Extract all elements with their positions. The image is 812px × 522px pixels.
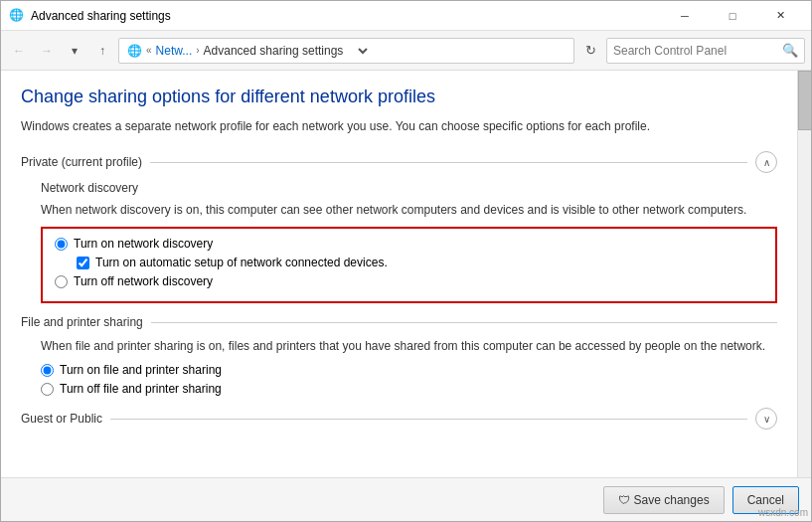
file-sharing-title: File and printer sharing — [21, 315, 143, 329]
breadcrumb-network[interactable]: Netw... — [156, 44, 193, 58]
window-icon: 🌐 — [9, 8, 25, 24]
section-guest-label: Guest or Public — [21, 412, 102, 426]
auto-setup-option: Turn on automatic setup of network conne… — [77, 256, 763, 269]
file-sharing-line — [151, 322, 777, 323]
scrollbar-track[interactable] — [797, 71, 811, 477]
turn-on-file-sharing-label[interactable]: Turn on file and printer sharing — [60, 363, 222, 377]
section-guest-line — [110, 419, 747, 420]
bottom-bar: 🛡 Save changes Cancel — [1, 477, 811, 521]
turn-off-file-sharing-radio[interactable] — [41, 383, 54, 396]
save-label: Save changes — [634, 493, 710, 507]
turn-off-discovery-label[interactable]: Turn off network discovery — [74, 274, 213, 288]
turn-off-discovery-radio[interactable] — [55, 275, 68, 288]
breadcrumb: 🌐 « Netw... › Advanced sharing settings — [118, 38, 574, 64]
close-button[interactable]: ✕ — [757, 1, 803, 31]
network-discovery-desc: When network discovery is on, this compu… — [41, 201, 777, 219]
main-content: Change sharing options for different net… — [1, 71, 797, 477]
search-input[interactable] — [613, 44, 782, 58]
turn-on-discovery-label[interactable]: Turn on network discovery — [74, 237, 213, 251]
forward-button[interactable]: → — [35, 39, 59, 63]
section-private-header: Private (current profile) ∧ — [21, 151, 777, 173]
address-bar: ← → ▾ ↑ 🌐 « Netw... › Advanced sharing s… — [1, 31, 811, 71]
turn-on-discovery-radio[interactable] — [55, 238, 68, 251]
watermark: wsxdn.com — [758, 507, 808, 518]
auto-setup-checkbox[interactable] — [77, 257, 89, 269]
turn-on-file-sharing-radio[interactable] — [41, 364, 54, 377]
minimize-button[interactable]: ─ — [662, 1, 708, 31]
recent-button[interactable]: ▾ — [63, 39, 86, 63]
section-guest-header: Guest or Public ∨ — [21, 408, 777, 430]
turn-off-discovery-option: Turn off network discovery — [55, 274, 763, 288]
main-window: 🌐 Advanced sharing settings ─ □ ✕ ← → ▾ … — [0, 0, 812, 522]
content-area: Change sharing options for different net… — [1, 71, 811, 477]
search-box: 🔍 — [606, 38, 805, 64]
shield-icon: 🛡 — [618, 493, 630, 507]
title-bar-controls: ─ □ ✕ — [662, 1, 803, 31]
page-title: Change sharing options for different net… — [21, 87, 777, 107]
scrollbar-thumb[interactable] — [798, 71, 811, 130]
file-sharing-desc: When file and printer sharing is on, fil… — [41, 337, 777, 355]
restore-button[interactable]: □ — [710, 1, 755, 31]
breadcrumb-icon: 🌐 — [127, 44, 142, 58]
turn-off-file-sharing-option: Turn off file and printer sharing — [41, 382, 777, 396]
section-guest-toggle[interactable]: ∨ — [755, 408, 777, 430]
file-sharing-header: File and printer sharing — [21, 315, 777, 329]
section-line — [150, 162, 747, 163]
title-bar: 🌐 Advanced sharing settings ─ □ ✕ — [1, 1, 811, 31]
search-icon[interactable]: 🔍 — [782, 43, 798, 58]
window-title: Advanced sharing settings — [31, 9, 662, 23]
auto-setup-label[interactable]: Turn on automatic setup of network conne… — [95, 256, 388, 269]
network-discovery-subsection: Network discovery When network discovery… — [41, 181, 777, 303]
turn-off-file-sharing-label[interactable]: Turn off file and printer sharing — [60, 382, 222, 396]
file-sharing-options-subsection: When file and printer sharing is on, fil… — [41, 337, 777, 396]
up-button[interactable]: ↑ — [90, 39, 114, 63]
breadcrumb-dropdown[interactable] — [347, 44, 371, 58]
file-sharing-subsection: File and printer sharing When file and p… — [21, 315, 777, 396]
page-description: Windows creates a separate network profi… — [21, 117, 777, 135]
network-discovery-options: Turn on network discovery Turn on automa… — [41, 227, 777, 303]
section-private-toggle[interactable]: ∧ — [755, 151, 777, 173]
network-discovery-title: Network discovery — [41, 181, 777, 195]
refresh-button[interactable]: ↻ — [578, 39, 602, 63]
section-private-label: Private (current profile) — [21, 155, 142, 169]
turn-on-file-sharing-option: Turn on file and printer sharing — [41, 363, 777, 377]
save-button[interactable]: 🛡 Save changes — [603, 486, 725, 514]
breadcrumb-current: Advanced sharing settings — [204, 44, 344, 58]
back-button[interactable]: ← — [7, 39, 31, 63]
turn-on-discovery-option: Turn on network discovery — [55, 237, 763, 251]
